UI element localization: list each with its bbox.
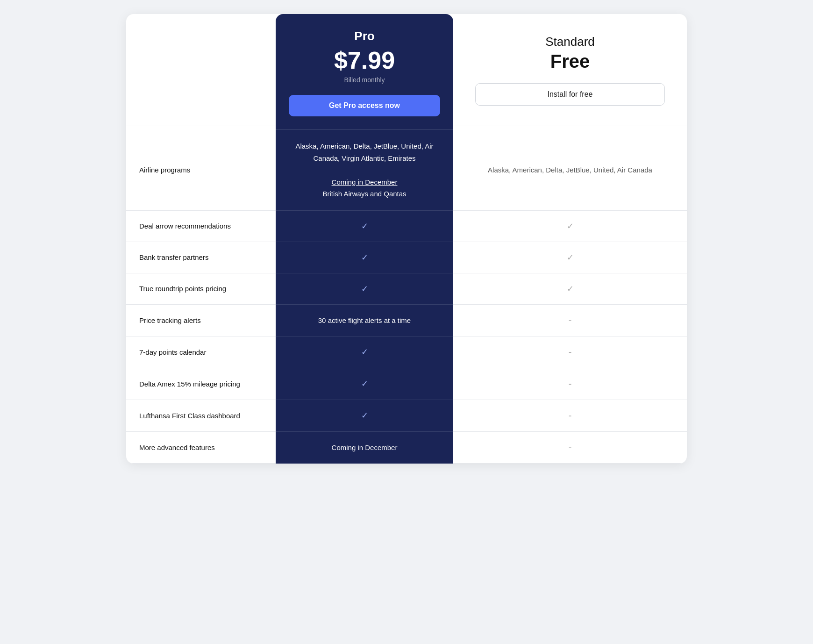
seven-day-calendar-row: 7-day points calendar ✓ - bbox=[126, 336, 687, 368]
delta-amex-pro-value: ✓ bbox=[276, 368, 453, 400]
coming-december-label: Coming in December bbox=[332, 178, 398, 186]
airline-programs-std-value: Alaska, American, Delta, JetBlue, United… bbox=[453, 130, 687, 211]
price-tracking-label: Price tracking alerts bbox=[126, 305, 276, 336]
standard-header: Standard Free Install for free bbox=[453, 14, 687, 126]
deal-arrow-label: Deal arrow recommendations bbox=[126, 211, 276, 242]
get-pro-button[interactable]: Get Pro access now bbox=[289, 95, 440, 116]
bank-transfer-pro-value: ✓ bbox=[276, 242, 453, 273]
deal-arrow-std-value: ✓ bbox=[453, 211, 687, 242]
lufthansa-row: Lufthansa First Class dashboard ✓ - bbox=[126, 400, 687, 432]
check-icon: ✓ bbox=[361, 221, 368, 231]
install-free-button[interactable]: Install for free bbox=[475, 83, 665, 106]
price-tracking-row: Price tracking alerts 30 active flight a… bbox=[126, 305, 687, 336]
bank-transfer-row: Bank transfer partners ✓ ✓ bbox=[126, 242, 687, 273]
check-icon-gray: ✓ bbox=[567, 252, 574, 263]
price-tracking-std-value: - bbox=[453, 305, 687, 336]
check-icon: ✓ bbox=[361, 284, 368, 294]
airline-programs-row: Airline programs Alaska, American, Delta… bbox=[126, 130, 687, 211]
feature-header bbox=[126, 14, 276, 126]
pro-header: Pro $7.99 Billed monthly Get Pro access … bbox=[276, 14, 453, 130]
deal-arrow-pro-value: ✓ bbox=[276, 211, 453, 242]
seven-day-label: 7-day points calendar bbox=[126, 336, 276, 368]
check-icon: ✓ bbox=[361, 410, 368, 421]
lufthansa-label: Lufthansa First Class dashboard bbox=[126, 400, 276, 432]
lufthansa-pro-value: ✓ bbox=[276, 400, 453, 432]
roundtrip-label: True roundtrip points pricing bbox=[126, 273, 276, 305]
seven-day-pro-value: ✓ bbox=[276, 336, 453, 368]
bank-transfer-std-value: ✓ bbox=[453, 242, 687, 273]
price-tracking-pro-value: 30 active flight alerts at a time bbox=[276, 305, 453, 336]
pro-plan-billing: Billed monthly bbox=[289, 76, 440, 84]
pro-plan-price: $7.99 bbox=[289, 46, 440, 74]
pro-plan-name: Pro bbox=[289, 29, 440, 43]
check-icon-gray: ✓ bbox=[567, 221, 574, 231]
airline-programs-label: Airline programs bbox=[126, 130, 276, 211]
roundtrip-pro-value: ✓ bbox=[276, 273, 453, 305]
standard-plan-name: Standard bbox=[545, 35, 595, 49]
dash-icon: - bbox=[569, 315, 572, 326]
more-features-pro-value: Coming in December bbox=[276, 432, 453, 464]
pricing-table: Pro $7.99 Billed monthly Get Pro access … bbox=[126, 14, 687, 464]
standard-plan-price: Free bbox=[550, 51, 590, 72]
delta-amex-row: Delta Amex 15% mileage pricing ✓ - bbox=[126, 368, 687, 400]
deal-arrow-row: Deal arrow recommendations ✓ ✓ bbox=[126, 211, 687, 242]
check-icon: ✓ bbox=[361, 252, 368, 263]
check-icon-gray: ✓ bbox=[567, 284, 574, 294]
more-features-label: More advanced features bbox=[126, 432, 276, 464]
more-features-row: More advanced features Coming in Decembe… bbox=[126, 432, 687, 464]
lufthansa-std-value: - bbox=[453, 400, 687, 432]
bank-transfer-label: Bank transfer partners bbox=[126, 242, 276, 273]
dash-icon: - bbox=[569, 410, 572, 421]
delta-amex-label: Delta Amex 15% mileage pricing bbox=[126, 368, 276, 400]
seven-day-std-value: - bbox=[453, 336, 687, 368]
roundtrip-row: True roundtrip points pricing ✓ ✓ bbox=[126, 273, 687, 305]
check-icon: ✓ bbox=[361, 347, 368, 357]
dash-icon: - bbox=[569, 442, 572, 453]
dash-icon: - bbox=[569, 379, 572, 389]
header-row: Pro $7.99 Billed monthly Get Pro access … bbox=[126, 14, 687, 130]
dash-icon: - bbox=[569, 347, 572, 358]
roundtrip-std-value: ✓ bbox=[453, 273, 687, 305]
delta-amex-std-value: - bbox=[453, 368, 687, 400]
more-features-std-value: - bbox=[453, 432, 687, 464]
check-icon: ✓ bbox=[361, 379, 368, 389]
airline-programs-pro-value: Alaska, American, Delta, JetBlue, United… bbox=[276, 130, 453, 211]
